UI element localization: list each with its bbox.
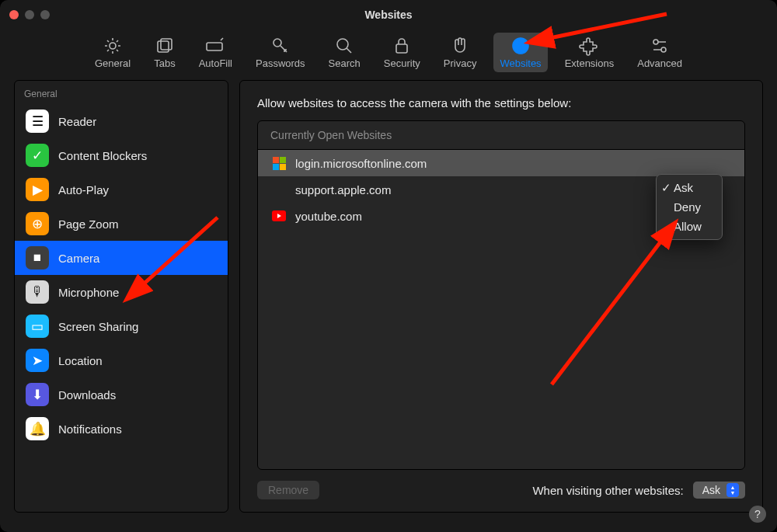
site-row[interactable]: login.microsoftonline.com — [258, 150, 744, 176]
microsoft-icon — [272, 156, 286, 170]
sidebar-item-label: Microphone — [58, 286, 119, 299]
tab-privacy[interactable]: Privacy — [437, 33, 483, 72]
svg-point-9 — [661, 47, 666, 52]
tabs-icon — [155, 36, 175, 56]
help-button[interactable]: ? — [749, 506, 766, 523]
sidebar-item-page-zoom[interactable]: ⊕ Page Zoom — [15, 207, 228, 241]
tab-label: Tabs — [154, 57, 175, 69]
tab-general[interactable]: General — [89, 33, 137, 72]
tab-security[interactable]: Security — [378, 33, 427, 72]
popover-option-allow[interactable]: Allow — [657, 217, 722, 236]
sidebar-item-content-blockers[interactable]: ✓ Content Blockers — [15, 138, 228, 172]
sidebar-item-label: Content Blockers — [58, 149, 147, 162]
tab-label: AutoFill — [199, 57, 232, 69]
popover-option-ask[interactable]: Ask — [657, 178, 722, 197]
camera-icon: ■ — [26, 246, 49, 269]
sidebar-item-camera[interactable]: ■ Camera — [15, 241, 228, 275]
visiting-other-label: When visiting other websites: — [532, 484, 683, 497]
sidebar-item-reader[interactable]: ☰ Reader — [15, 104, 228, 138]
sidebar-item-label: Camera — [58, 252, 99, 265]
screen-icon: ▭ — [26, 315, 49, 338]
titlebar: Websites — [0, 0, 777, 30]
tab-websites[interactable]: Websites — [493, 33, 547, 72]
sidebar-item-auto-play[interactable]: ▶ Auto-Play — [15, 172, 228, 207]
tab-tabs[interactable]: Tabs — [148, 33, 181, 72]
site-domain: login.microsoftonline.com — [295, 157, 427, 170]
sidebar-item-downloads[interactable]: ⬇ Downloads — [15, 377, 228, 412]
popover-option-deny[interactable]: Deny — [657, 197, 722, 217]
panel-footer: Remove When visiting other websites: Ask… — [257, 470, 745, 499]
sidebar-group-label: General — [15, 85, 228, 104]
tab-label: Passwords — [256, 57, 305, 69]
hand-icon — [450, 36, 470, 56]
sidebar-item-notifications[interactable]: 🔔 Notifications — [15, 412, 228, 446]
microphone-icon: 🎙 — [26, 280, 49, 304]
sidebar-item-label: Reader — [58, 115, 96, 128]
sidebar: General ☰ Reader ✓ Content Blockers ▶ Au… — [14, 80, 228, 513]
autofill-icon — [205, 36, 225, 56]
panel-heading: Allow websites to access the camera with… — [257, 96, 745, 110]
tab-extensions[interactable]: Extensions — [559, 33, 621, 72]
play-icon: ▶ — [26, 178, 49, 201]
download-icon: ⬇ — [26, 383, 49, 406]
svg-point-8 — [653, 40, 658, 44]
sites-list-box: Currently Open Websites login.microsofto… — [257, 120, 745, 470]
shield-check-icon: ✓ — [26, 144, 49, 167]
button-label: Remove — [268, 484, 308, 496]
window-title: Websites — [0, 9, 777, 21]
tab-passwords[interactable]: Passwords — [249, 33, 312, 72]
tab-autofill[interactable]: AutoFill — [193, 33, 239, 72]
puzzle-icon — [579, 36, 599, 56]
tab-label: General — [95, 57, 131, 69]
select-value: Ask — [702, 484, 720, 496]
sidebar-item-label: Auto-Play — [58, 183, 109, 196]
preferences-toolbar: General Tabs AutoFill Passwords Search S… — [0, 30, 777, 80]
key-icon — [270, 36, 291, 56]
search-icon — [334, 36, 354, 56]
help-icon: ? — [754, 508, 761, 520]
lock-icon — [392, 36, 412, 56]
sidebar-item-microphone[interactable]: 🎙 Microphone — [15, 275, 228, 309]
svg-point-4 — [274, 39, 281, 47]
sidebar-item-label: Location — [58, 354, 103, 367]
sidebar-item-label: Screen Sharing — [58, 320, 138, 333]
tab-label: Privacy — [444, 57, 477, 69]
stepper-arrows-icon: ▲▼ — [726, 483, 739, 497]
sidebar-item-label: Downloads — [58, 388, 116, 402]
preferences-window: Websites General Tabs AutoFill Passwords… — [0, 0, 777, 532]
tab-label: Extensions — [565, 57, 615, 69]
sites-list-header: Currently Open Websites — [258, 121, 744, 150]
bell-icon: 🔔 — [26, 417, 49, 440]
sidebar-item-location[interactable]: ➤ Location — [15, 343, 228, 377]
tab-advanced[interactable]: Advanced — [631, 33, 688, 72]
svg-rect-1 — [158, 41, 169, 52]
tab-label: Advanced — [637, 57, 682, 69]
sidebar-item-label: Notifications — [58, 422, 122, 436]
zoom-icon: ⊕ — [26, 212, 49, 235]
tab-label: Search — [329, 57, 361, 69]
tab-label: Security — [384, 57, 420, 69]
svg-rect-2 — [161, 39, 172, 50]
sidebar-item-screen-sharing[interactable]: ▭ Screen Sharing — [15, 309, 228, 343]
permission-popover: Ask Deny Allow — [656, 174, 723, 240]
apple-icon — [272, 183, 286, 196]
svg-point-0 — [110, 43, 116, 49]
reader-icon: ☰ — [26, 110, 49, 133]
youtube-icon — [272, 209, 286, 223]
sidebar-item-label: Page Zoom — [58, 217, 119, 231]
visiting-other-select[interactable]: Ask ▲▼ — [693, 482, 745, 499]
advanced-icon — [650, 36, 670, 56]
svg-point-5 — [337, 39, 348, 50]
svg-rect-6 — [396, 44, 407, 53]
site-domain: support.apple.com — [295, 183, 391, 196]
svg-rect-3 — [207, 43, 222, 50]
main-panel: Allow websites to access the camera with… — [239, 80, 763, 513]
tab-label: Websites — [500, 57, 541, 69]
globe-icon — [510, 36, 531, 56]
site-domain: youtube.com — [295, 210, 362, 223]
remove-button[interactable]: Remove — [257, 481, 319, 499]
tab-search[interactable]: Search — [322, 33, 367, 72]
window-body: General ☰ Reader ✓ Content Blockers ▶ Au… — [0, 80, 777, 527]
location-icon: ➤ — [26, 349, 49, 372]
gear-icon — [103, 36, 123, 56]
